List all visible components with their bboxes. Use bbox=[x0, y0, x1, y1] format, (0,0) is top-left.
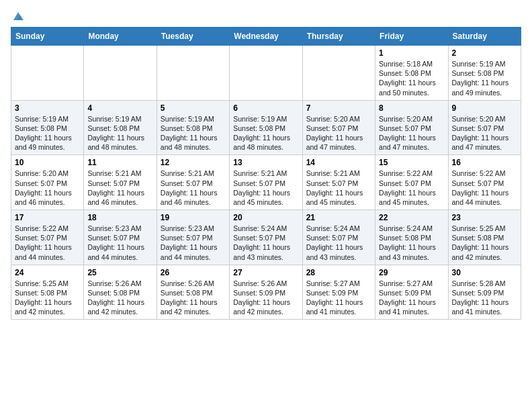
day-info: Sunrise: 5:21 AM Sunset: 5:07 PM Dayligh… bbox=[161, 169, 226, 207]
calendar-header-friday: Friday bbox=[375, 28, 448, 46]
day-number: 1 bbox=[379, 48, 444, 58]
calendar-week-row: 17Sunrise: 5:22 AM Sunset: 5:07 PM Dayli… bbox=[11, 210, 521, 265]
day-info: Sunrise: 5:21 AM Sunset: 5:07 PM Dayligh… bbox=[87, 169, 152, 207]
calendar-header-monday: Monday bbox=[84, 28, 157, 46]
day-info: Sunrise: 5:24 AM Sunset: 5:07 PM Dayligh… bbox=[306, 224, 371, 262]
day-number: 4 bbox=[87, 103, 152, 113]
calendar-cell: 22Sunrise: 5:24 AM Sunset: 5:08 PM Dayli… bbox=[375, 210, 448, 265]
day-info: Sunrise: 5:27 AM Sunset: 5:09 PM Dayligh… bbox=[306, 279, 371, 317]
logo-icon bbox=[12, 11, 24, 21]
calendar-cell: 15Sunrise: 5:22 AM Sunset: 5:07 PM Dayli… bbox=[375, 155, 448, 210]
calendar-week-row: 1Sunrise: 5:18 AM Sunset: 5:08 PM Daylig… bbox=[11, 46, 521, 101]
day-info: Sunrise: 5:27 AM Sunset: 5:09 PM Dayligh… bbox=[379, 279, 444, 317]
calendar-cell: 7Sunrise: 5:20 AM Sunset: 5:07 PM Daylig… bbox=[302, 100, 375, 155]
calendar-cell: 23Sunrise: 5:25 AM Sunset: 5:08 PM Dayli… bbox=[448, 210, 521, 265]
day-number: 20 bbox=[233, 213, 298, 222]
calendar-table: SundayMondayTuesdayWednesdayThursdayFrid… bbox=[11, 27, 521, 320]
calendar-cell: 17Sunrise: 5:22 AM Sunset: 5:07 PM Dayli… bbox=[11, 210, 84, 265]
day-info: Sunrise: 5:19 AM Sunset: 5:08 PM Dayligh… bbox=[15, 114, 80, 152]
day-info: Sunrise: 5:23 AM Sunset: 5:07 PM Dayligh… bbox=[87, 224, 152, 262]
day-info: Sunrise: 5:26 AM Sunset: 5:08 PM Dayligh… bbox=[87, 279, 152, 317]
day-number: 29 bbox=[379, 268, 444, 277]
calendar-week-row: 10Sunrise: 5:20 AM Sunset: 5:07 PM Dayli… bbox=[11, 155, 521, 210]
day-number: 28 bbox=[306, 268, 371, 277]
calendar-cell: 30Sunrise: 5:28 AM Sunset: 5:09 PM Dayli… bbox=[448, 265, 521, 320]
day-info: Sunrise: 5:20 AM Sunset: 5:07 PM Dayligh… bbox=[15, 169, 80, 207]
calendar-cell bbox=[84, 46, 157, 101]
calendar-cell: 19Sunrise: 5:23 AM Sunset: 5:07 PM Dayli… bbox=[157, 210, 229, 265]
day-number: 23 bbox=[452, 213, 517, 222]
day-info: Sunrise: 5:19 AM Sunset: 5:08 PM Dayligh… bbox=[452, 59, 517, 97]
day-info: Sunrise: 5:25 AM Sunset: 5:08 PM Dayligh… bbox=[15, 279, 80, 317]
day-info: Sunrise: 5:22 AM Sunset: 5:07 PM Dayligh… bbox=[15, 224, 80, 262]
day-number: 25 bbox=[87, 268, 152, 277]
day-number: 16 bbox=[452, 158, 517, 167]
day-number: 7 bbox=[306, 103, 371, 113]
calendar-week-row: 3Sunrise: 5:19 AM Sunset: 5:08 PM Daylig… bbox=[11, 100, 521, 155]
calendar-header-sunday: Sunday bbox=[11, 28, 84, 46]
calendar-cell: 5Sunrise: 5:19 AM Sunset: 5:08 PM Daylig… bbox=[157, 100, 229, 155]
day-number: 22 bbox=[379, 213, 444, 222]
calendar-header-tuesday: Tuesday bbox=[157, 28, 229, 46]
calendar-cell: 11Sunrise: 5:21 AM Sunset: 5:07 PM Dayli… bbox=[84, 155, 157, 210]
day-number: 18 bbox=[87, 213, 152, 222]
day-number: 5 bbox=[161, 103, 226, 113]
day-number: 6 bbox=[233, 103, 298, 113]
calendar-week-row: 24Sunrise: 5:25 AM Sunset: 5:08 PM Dayli… bbox=[11, 265, 521, 320]
day-number: 9 bbox=[452, 103, 517, 113]
day-number: 21 bbox=[306, 213, 371, 222]
day-number: 2 bbox=[452, 48, 517, 58]
day-info: Sunrise: 5:19 AM Sunset: 5:08 PM Dayligh… bbox=[233, 114, 298, 152]
calendar-cell: 8Sunrise: 5:20 AM Sunset: 5:07 PM Daylig… bbox=[375, 100, 448, 155]
calendar-cell: 28Sunrise: 5:27 AM Sunset: 5:09 PM Dayli… bbox=[302, 265, 375, 320]
calendar-cell: 2Sunrise: 5:19 AM Sunset: 5:08 PM Daylig… bbox=[448, 46, 521, 101]
day-number: 13 bbox=[233, 158, 298, 167]
day-number: 24 bbox=[15, 268, 80, 277]
calendar-cell: 20Sunrise: 5:24 AM Sunset: 5:07 PM Dayli… bbox=[230, 210, 302, 265]
day-info: Sunrise: 5:20 AM Sunset: 5:07 PM Dayligh… bbox=[379, 114, 444, 152]
day-number: 8 bbox=[379, 103, 444, 113]
day-info: Sunrise: 5:22 AM Sunset: 5:07 PM Dayligh… bbox=[452, 169, 517, 207]
calendar-cell: 18Sunrise: 5:23 AM Sunset: 5:07 PM Dayli… bbox=[84, 210, 157, 265]
day-info: Sunrise: 5:26 AM Sunset: 5:09 PM Dayligh… bbox=[233, 279, 298, 317]
day-info: Sunrise: 5:23 AM Sunset: 5:07 PM Dayligh… bbox=[161, 224, 226, 262]
calendar-cell: 10Sunrise: 5:20 AM Sunset: 5:07 PM Dayli… bbox=[11, 155, 84, 210]
day-number: 19 bbox=[161, 213, 226, 222]
day-number: 10 bbox=[15, 158, 80, 167]
calendar-cell: 3Sunrise: 5:19 AM Sunset: 5:08 PM Daylig… bbox=[11, 100, 84, 155]
calendar-cell: 6Sunrise: 5:19 AM Sunset: 5:08 PM Daylig… bbox=[230, 100, 302, 155]
day-number: 15 bbox=[379, 158, 444, 167]
calendar-cell bbox=[157, 46, 229, 101]
calendar-cell: 27Sunrise: 5:26 AM Sunset: 5:09 PM Dayli… bbox=[230, 265, 302, 320]
day-number: 27 bbox=[233, 268, 298, 277]
day-info: Sunrise: 5:25 AM Sunset: 5:08 PM Dayligh… bbox=[452, 224, 517, 262]
calendar-header-wednesday: Wednesday bbox=[230, 28, 302, 46]
day-info: Sunrise: 5:20 AM Sunset: 5:07 PM Dayligh… bbox=[306, 114, 371, 152]
day-number: 3 bbox=[15, 103, 80, 113]
day-number: 30 bbox=[452, 268, 517, 277]
logo bbox=[11, 11, 24, 21]
day-info: Sunrise: 5:21 AM Sunset: 5:07 PM Dayligh… bbox=[306, 169, 371, 207]
day-info: Sunrise: 5:20 AM Sunset: 5:07 PM Dayligh… bbox=[452, 114, 517, 152]
day-info: Sunrise: 5:19 AM Sunset: 5:08 PM Dayligh… bbox=[87, 114, 152, 152]
calendar-cell: 26Sunrise: 5:26 AM Sunset: 5:08 PM Dayli… bbox=[157, 265, 229, 320]
calendar-cell: 12Sunrise: 5:21 AM Sunset: 5:07 PM Dayli… bbox=[157, 155, 229, 210]
day-number: 14 bbox=[306, 158, 371, 167]
calendar-cell: 4Sunrise: 5:19 AM Sunset: 5:08 PM Daylig… bbox=[84, 100, 157, 155]
day-info: Sunrise: 5:22 AM Sunset: 5:07 PM Dayligh… bbox=[379, 169, 444, 207]
calendar-cell: 14Sunrise: 5:21 AM Sunset: 5:07 PM Dayli… bbox=[302, 155, 375, 210]
calendar-header-saturday: Saturday bbox=[448, 28, 521, 46]
page-header bbox=[11, 11, 521, 21]
day-number: 11 bbox=[87, 158, 152, 167]
day-info: Sunrise: 5:24 AM Sunset: 5:08 PM Dayligh… bbox=[379, 224, 444, 262]
calendar-cell: 16Sunrise: 5:22 AM Sunset: 5:07 PM Dayli… bbox=[448, 155, 521, 210]
calendar-cell: 13Sunrise: 5:21 AM Sunset: 5:07 PM Dayli… bbox=[230, 155, 302, 210]
calendar-cell: 25Sunrise: 5:26 AM Sunset: 5:08 PM Dayli… bbox=[84, 265, 157, 320]
day-info: Sunrise: 5:24 AM Sunset: 5:07 PM Dayligh… bbox=[233, 224, 298, 262]
day-number: 17 bbox=[15, 213, 80, 222]
day-number: 26 bbox=[161, 268, 226, 277]
calendar-cell bbox=[302, 46, 375, 101]
calendar-cell: 1Sunrise: 5:18 AM Sunset: 5:08 PM Daylig… bbox=[375, 46, 448, 101]
day-number: 12 bbox=[161, 158, 226, 167]
day-info: Sunrise: 5:28 AM Sunset: 5:09 PM Dayligh… bbox=[452, 279, 517, 317]
